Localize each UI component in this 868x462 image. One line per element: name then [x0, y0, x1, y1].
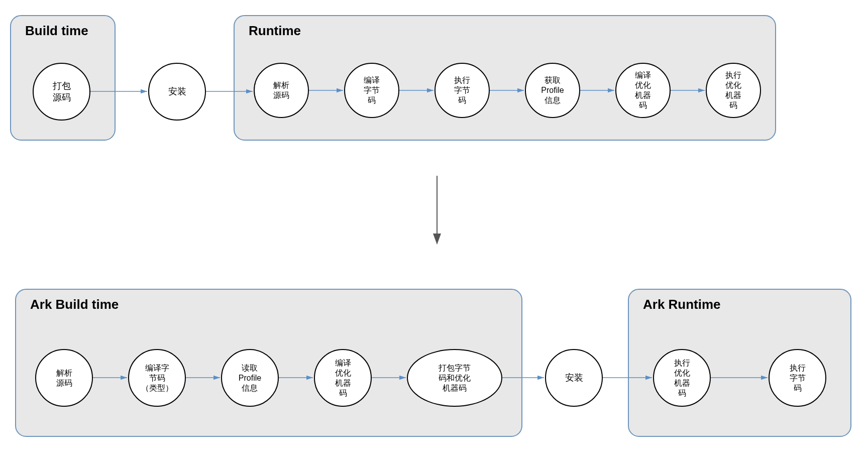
node-parse-source-top-label: 解析源码 — [273, 80, 289, 100]
node-parse-source-top: 解析源码 — [254, 63, 309, 118]
node-execute-opt-machine-top-label: 执行优化机器码 — [725, 70, 741, 110]
group-ark-runtime-title: Ark Runtime — [643, 297, 721, 312]
group-runtime: Runtime — [234, 15, 776, 141]
node-read-profile: 读取Profile信息 — [221, 349, 279, 407]
node-package-bytecode-opt-label: 打包字节码和优化机器码 — [439, 363, 471, 393]
node-package-bytecode-opt: 打包字节码和优化机器码 — [407, 349, 502, 407]
group-runtime-title: Runtime — [249, 23, 301, 39]
node-compile-opt-machine-top-label: 编译优化机器码 — [635, 70, 651, 110]
node-execute-opt-machine-top: 执行优化机器码 — [706, 63, 761, 118]
node-get-profile: 获取Profile信息 — [525, 63, 580, 118]
node-compile-bytecode-types: 编译字节码（类型） — [128, 349, 186, 407]
node-install-bottom: 安装 — [545, 349, 603, 407]
group-ark-build-time-title: Ark Build time — [30, 297, 119, 312]
node-compile-opt-machine-bottom: 编译优化机器码 — [314, 349, 372, 407]
node-compile-bytecode-types-label: 编译字节码（类型） — [141, 363, 173, 393]
node-install-bottom-label: 安装 — [565, 372, 583, 384]
node-read-profile-label: 读取Profile信息 — [239, 363, 261, 393]
node-parse-source-bottom-label: 解析源码 — [56, 368, 72, 388]
node-execute-bytecode-bottom-label: 执行字节码 — [790, 363, 806, 393]
diagram-canvas: Build time 打包源码 安装 Runtime 解析源码 编译字节码 执行… — [0, 0, 868, 462]
node-execute-opt-machine-bottom-label: 执行优化机器码 — [674, 358, 690, 398]
node-package-source: 打包源码 — [33, 63, 90, 121]
node-compile-bytecode-top-label: 编译字节码 — [364, 75, 380, 105]
node-package-source-label: 打包源码 — [53, 80, 71, 103]
node-compile-opt-machine-bottom-label: 编译优化机器码 — [335, 358, 351, 398]
node-compile-bytecode-top: 编译字节码 — [344, 63, 399, 118]
group-build-time-title: Build time — [25, 23, 88, 39]
node-install-top-label: 安装 — [168, 86, 186, 97]
node-install-top: 安装 — [148, 63, 206, 121]
node-execute-bytecode-bottom: 执行字节码 — [769, 349, 826, 407]
node-execute-bytecode-top-label: 执行字节码 — [454, 75, 470, 105]
node-parse-source-bottom: 解析源码 — [35, 349, 93, 407]
node-execute-bytecode-top: 执行字节码 — [435, 63, 490, 118]
node-get-profile-label: 获取Profile信息 — [541, 75, 564, 105]
node-compile-opt-machine-top: 编译优化机器码 — [615, 63, 671, 118]
node-execute-opt-machine-bottom: 执行优化机器码 — [653, 349, 711, 407]
